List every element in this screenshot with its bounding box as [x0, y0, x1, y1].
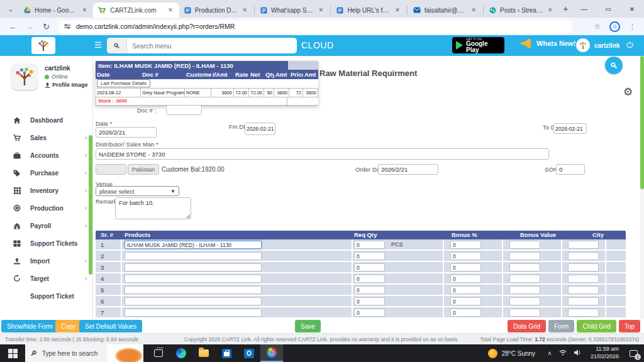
sidebar-item-target[interactable]: Target› — [0, 270, 93, 287]
city-input[interactable] — [568, 252, 599, 260]
sidebar-item-payroll[interactable]: Payroll› — [0, 217, 93, 234]
bonus-value-input[interactable] — [509, 309, 540, 317]
copy-button[interactable]: Copy — [55, 320, 81, 332]
logout-power-icon[interactable]: ⏻ — [626, 40, 633, 50]
top-button[interactable]: Top — [619, 320, 640, 332]
sidebar-item-accounts[interactable]: Accounts› — [0, 146, 93, 164]
fm-dt-input[interactable] — [245, 123, 275, 135]
tab-close-icon[interactable]: ✕ — [81, 7, 89, 13]
browser-profile-icon[interactable]: ☺ — [609, 21, 620, 32]
volume-icon[interactable] — [574, 349, 582, 357]
date-input[interactable] — [96, 127, 157, 138]
city-input[interactable] — [568, 297, 599, 305]
child-grid-button[interactable]: Child Grid — [577, 320, 616, 332]
search-fab-button[interactable]: 🔍︎ — [605, 57, 623, 74]
city-input[interactable] — [568, 309, 599, 317]
req-qty-input[interactable] — [354, 286, 385, 294]
bonus-pct-input[interactable] — [450, 263, 481, 272]
distributor-input[interactable] — [96, 148, 549, 160]
settings-gear-icon[interactable]: ⚙ — [623, 85, 633, 99]
profile-image-upload[interactable]: Profile Image — [45, 82, 88, 88]
product-input[interactable] — [125, 309, 262, 317]
son-input[interactable] — [556, 164, 585, 175]
microsoft-store-button[interactable] — [215, 344, 238, 362]
search-highlight-fox-image[interactable] — [107, 344, 143, 362]
resize-grip-icon[interactable] — [186, 214, 190, 218]
page-scrollbar-thumb[interactable] — [640, 56, 644, 189]
back-icon[interactable]: ← — [9, 22, 17, 31]
tab-close-icon[interactable]: ✕ — [547, 7, 554, 13]
req-qty-input[interactable] — [354, 309, 385, 317]
data-grid-button[interactable]: Data Grid — [508, 320, 546, 332]
start-button[interactable] — [0, 344, 25, 362]
tray-chevron-icon[interactable]: ˄ — [548, 350, 552, 357]
menu-search-input[interactable] — [127, 42, 297, 50]
tab-close-icon[interactable]: ✕ — [470, 7, 478, 13]
city-input[interactable] — [568, 275, 599, 283]
bonus-pct-input[interactable] — [450, 252, 481, 260]
city-input[interactable] — [568, 286, 599, 294]
close-button[interactable]: ✕ — [620, 0, 644, 18]
browser-tab[interactable]: Production Data Entry✕ — [179, 3, 253, 18]
outlook-button[interactable]: O — [238, 344, 260, 362]
sidebar-toggle-icon[interactable]: ☰ — [94, 40, 102, 50]
bonus-value-input[interactable] — [509, 297, 540, 305]
user-menu[interactable]: cartzlink — [576, 38, 620, 52]
taskbar-search[interactable]: 🔍︎ Type here to search — [25, 344, 143, 362]
browser-menu-icon[interactable]: ⋮ — [629, 23, 636, 31]
save-button[interactable]: Save — [295, 320, 321, 332]
minimize-button[interactable]: — — [572, 0, 596, 18]
sidebar-item-dashboard[interactable]: Dashboard — [0, 111, 93, 129]
browser-tab[interactable]: What'sapp Sales Mess✕ — [255, 3, 330, 18]
app-logo[interactable] — [31, 37, 55, 54]
form-button[interactable]: Form — [548, 320, 574, 332]
sidebar-item-sales[interactable]: Sales› — [0, 129, 93, 146]
whats-new-button[interactable]: Whats New! — [519, 39, 575, 48]
req-qty-input[interactable] — [354, 241, 385, 249]
product-input[interactable] — [125, 286, 262, 294]
set-default-values-button[interactable]: Set Default Values — [79, 320, 142, 332]
bonus-value-input[interactable] — [509, 275, 540, 283]
sidebar-item-production[interactable]: Production› — [0, 199, 93, 217]
bonus-pct-input[interactable] — [450, 286, 481, 294]
req-qty-input[interactable] — [354, 275, 385, 283]
tab-close-icon[interactable]: ✕ — [318, 7, 325, 13]
url-field[interactable]: demo.cartzlink.com/admin/indexyii.php?r=… — [57, 20, 573, 33]
city-input[interactable] — [568, 241, 599, 249]
wifi-icon[interactable] — [559, 349, 567, 357]
bookmark-star-icon[interactable]: ☆ — [594, 22, 601, 31]
product-input[interactable] — [125, 263, 262, 272]
bonus-pct-input[interactable] — [450, 275, 481, 283]
sidebar-item-support-tickets[interactable]: Support Tickets — [0, 234, 93, 252]
new-tab-button[interactable]: + — [558, 1, 572, 16]
doc-number-input[interactable] — [166, 105, 202, 115]
maximize-button[interactable]: ▭ — [596, 0, 620, 18]
bonus-value-input[interactable] — [509, 263, 540, 272]
notification-center-button[interactable]: 1 — [624, 344, 643, 362]
weather-widget[interactable]: 28°C Sunny — [488, 349, 535, 358]
tab-close-icon[interactable]: ✕ — [394, 7, 401, 13]
profile-image[interactable] — [11, 63, 38, 90]
sidebar-scrollbar-thumb[interactable] — [89, 135, 92, 275]
sidebar-item-purchase[interactable]: Purchase› — [0, 164, 93, 182]
forward-icon[interactable]: → — [26, 22, 34, 31]
sidebar-item-support-ticket[interactable]: Support Ticket — [0, 287, 93, 305]
show-hide-form-button[interactable]: Show/hide Form — [1, 320, 58, 332]
sidebar-item-inventory[interactable]: Inventory› — [0, 182, 93, 199]
tab-close-icon[interactable]: ✕ — [167, 7, 174, 13]
req-qty-input[interactable] — [354, 263, 385, 272]
bonus-pct-input[interactable] — [450, 241, 481, 249]
browser-tab[interactable]: Posts ‹ Streamline Syst✕ — [484, 3, 558, 18]
chrome-button[interactable] — [260, 344, 283, 362]
google-play-badge[interactable]: GET IT ONGoogle Play — [452, 37, 504, 53]
bonus-value-input[interactable] — [509, 286, 540, 294]
tab-search-chevron-icon[interactable]: ⌄ — [4, 2, 18, 16]
sidebar-item-import[interactable]: Import› — [0, 252, 93, 270]
last-purchase-details-tab[interactable]: Last Purchase Details — [97, 79, 150, 87]
bonus-value-input[interactable] — [509, 252, 540, 260]
clock[interactable]: 11:59 am 21/02/2026 — [591, 346, 619, 360]
bonus-pct-input[interactable] — [450, 297, 481, 305]
browser-tab[interactable]: CARTZLink.com✕ — [93, 3, 179, 18]
bonus-value-input[interactable] — [509, 241, 540, 249]
product-input[interactable] — [125, 297, 262, 305]
